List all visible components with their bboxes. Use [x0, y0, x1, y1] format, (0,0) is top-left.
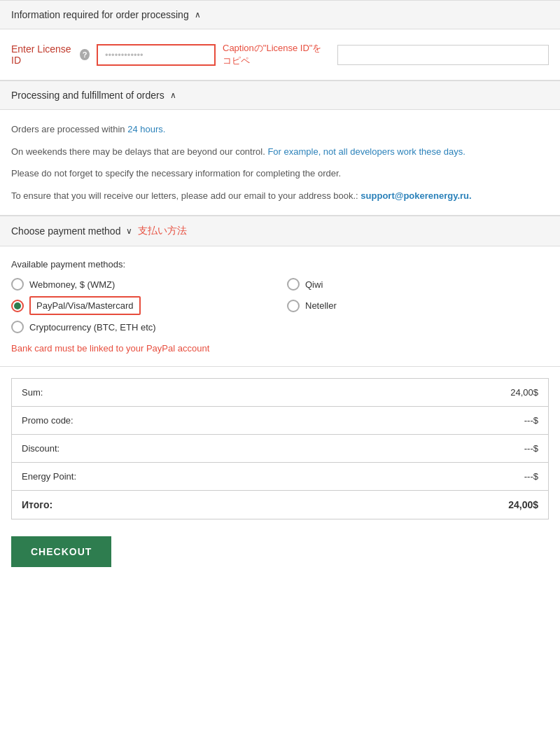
summary-label-energy: Energy Point:: [22, 471, 76, 482]
payment-label-webmoney: Webmoney, $ (WMZ): [29, 279, 115, 290]
license-hint: Captionの"License ID"をコピペ: [223, 42, 330, 67]
summary-row-sum: Sum: 24,00$: [12, 379, 548, 407]
info-required-chevron: ∧: [195, 10, 201, 20]
info-required-title: Information required for order processin…: [11, 9, 189, 20]
fulfillment-p4: To ensure that you will receive our lett…: [11, 189, 549, 203]
checkout-button[interactable]: CHECKOUT: [11, 536, 111, 567]
summary-row-energy: Energy Point: ---$: [12, 463, 548, 491]
fulfillment-header[interactable]: Processing and fulfillment of orders ∧: [0, 81, 560, 110]
summary-value-sum: 24,00$: [510, 387, 538, 398]
payment-option-paypal[interactable]: PayPal/Visa/Mastercard: [11, 296, 273, 315]
payment-header[interactable]: Choose payment method ∨ 支払い方法: [0, 216, 560, 246]
radio-paypal-inner: [14, 302, 21, 309]
payment-option-webmoney[interactable]: Webmoney, $ (WMZ): [11, 278, 273, 291]
license-label: Enter License ID: [11, 43, 73, 66]
radio-webmoney[interactable]: [11, 278, 24, 291]
payment-section: Available payment methods: Webmoney, $ (…: [0, 246, 560, 367]
radio-crypto[interactable]: [11, 321, 24, 333]
bank-warning: Bank card must be linked to your PayPal …: [11, 343, 549, 354]
license-section: Enter License ID ? Captionの"License ID"を…: [0, 29, 560, 81]
payment-options-grid: Webmoney, $ (WMZ) Qiwi PayPal/Visa/Maste…: [11, 278, 549, 333]
payment-label-paypal: PayPal/Visa/Mastercard: [29, 296, 141, 315]
summary-label-discount: Discount:: [22, 443, 59, 454]
payment-option-neteller[interactable]: Neteller: [287, 296, 549, 315]
summary-row-promo: Promo code: ---$: [12, 407, 548, 435]
payment-label-qiwi: Qiwi: [305, 279, 323, 290]
info-required-header[interactable]: Information required for order processin…: [0, 0, 560, 29]
payment-label-crypto: Cryptocurrency (BTC, ETH etc): [29, 322, 156, 333]
summary-label-sum: Sum:: [22, 387, 43, 398]
help-icon[interactable]: ?: [80, 49, 90, 60]
fulfillment-p3: Please do not forget to specify the nece…: [11, 167, 549, 181]
summary-label-total: Итого:: [22, 499, 52, 510]
payment-option-qiwi[interactable]: Qiwi: [287, 278, 549, 291]
radio-neteller[interactable]: [287, 300, 300, 312]
summary-row-total: Итого: 24,00$: [12, 491, 548, 519]
summary-label-promo: Promo code:: [22, 415, 74, 426]
summary-section: Sum: 24,00$ Promo code: ---$ Discount: -…: [11, 378, 549, 519]
fulfillment-section: Orders are processed within 24 hours. On…: [0, 110, 560, 216]
payment-method-jp: 支払い方法: [138, 225, 187, 237]
fulfillment-p1: Orders are processed within 24 hours.: [11, 123, 549, 137]
radio-qiwi[interactable]: [287, 278, 300, 291]
summary-row-discount: Discount: ---$: [12, 435, 548, 463]
radio-paypal[interactable]: [11, 300, 24, 312]
fulfillment-title: Processing and fulfillment of orders: [11, 90, 164, 101]
license-input[interactable]: [97, 44, 216, 66]
payment-available-label: Available payment methods:: [11, 259, 549, 270]
summary-value-promo: ---$: [524, 415, 538, 426]
fulfillment-chevron: ∧: [170, 90, 176, 100]
summary-value-discount: ---$: [524, 443, 538, 454]
payment-method-title: Choose payment method: [11, 225, 120, 237]
summary-value-energy: ---$: [524, 471, 538, 482]
payment-option-crypto[interactable]: Cryptocurrency (BTC, ETH etc): [11, 321, 273, 333]
license-input-extra[interactable]: [337, 45, 549, 65]
summary-value-total: 24,00$: [508, 499, 538, 510]
payment-chevron: ∨: [126, 226, 132, 236]
fulfillment-p2: On weekends there may be delays that are…: [11, 145, 549, 159]
payment-label-neteller: Neteller: [305, 300, 337, 311]
